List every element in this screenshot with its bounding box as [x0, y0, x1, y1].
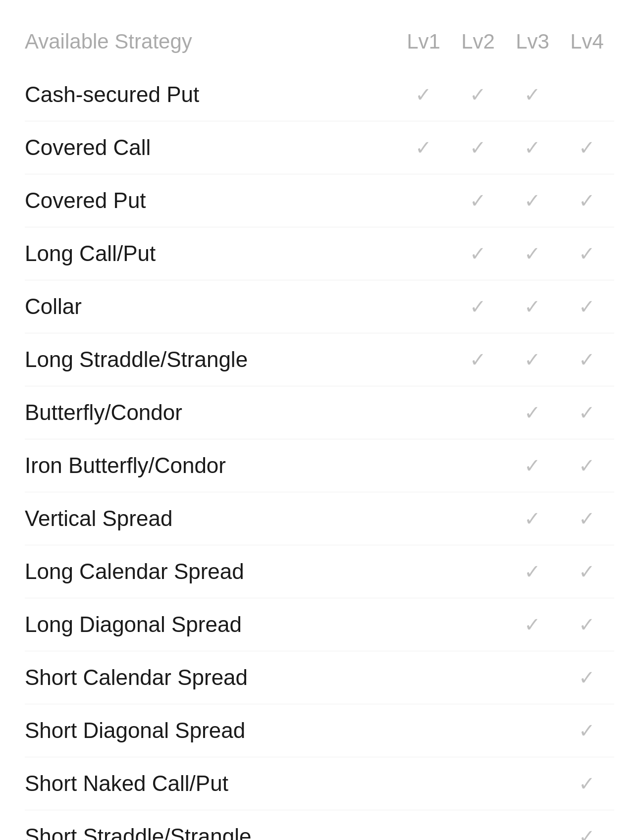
checkmark-icon: ✓ [579, 825, 595, 840]
checkmark-icon: ✓ [579, 242, 595, 265]
checkmark-icon: ✓ [524, 454, 541, 477]
checkmark-icon: ✓ [524, 136, 541, 159]
checkmark-icon: ✓ [579, 295, 595, 318]
strategy-name: Short Straddle/Strangle [25, 824, 251, 840]
checkmark-icon: ✓ [579, 454, 595, 477]
strategy-table: Available Strategy Lv1 Lv2 Lv3 Lv4 Cash-… [25, 20, 614, 840]
table-row: Iron Butterfly/Condor✓✓ [25, 439, 614, 492]
table-row: Butterfly/Condor✓✓ [25, 386, 614, 439]
lv4-check: ✓ [560, 666, 614, 689]
checkmark-icon: ✓ [579, 772, 595, 795]
checkmark-icon: ✓ [524, 295, 541, 318]
strategy-header-label: Available Strategy [25, 30, 192, 53]
lv2-check: ✓ [451, 295, 505, 318]
lv3-check: ✓ [505, 401, 560, 424]
lv4-check: ✓ [560, 454, 614, 477]
table-row: Cash-secured Put✓✓✓ [25, 68, 614, 121]
strategy-name: Short Diagonal Spread [25, 718, 245, 742]
checkmark-icon: ✓ [579, 136, 595, 159]
lv4-check: ✓ [560, 136, 614, 159]
checkmark-icon: ✓ [470, 295, 486, 318]
strategy-name: Long Call/Put [25, 241, 156, 265]
table-row: Long Diagonal Spread✓✓ [25, 598, 614, 651]
lv3-check: ✓ [505, 189, 560, 212]
lv3-column-header: Lv3 [505, 30, 560, 53]
lv4-check: ✓ [560, 613, 614, 636]
lv3-check: ✓ [505, 136, 560, 159]
strategy-name: Butterfly/Condor [25, 400, 182, 424]
lv2-header-label: Lv2 [461, 30, 495, 53]
strategy-name: Short Calendar Spread [25, 665, 248, 689]
checkmark-icon: ✓ [470, 136, 486, 159]
lv4-check: ✓ [560, 242, 614, 265]
checkmark-icon: ✓ [524, 348, 541, 371]
table-body: Cash-secured Put✓✓✓Covered Call✓✓✓✓Cover… [25, 68, 614, 840]
checkmark-icon: ✓ [579, 666, 595, 689]
table-row: Long Call/Put✓✓✓ [25, 227, 614, 280]
checkmark-icon: ✓ [579, 560, 595, 583]
strategy-name: Covered Call [25, 135, 151, 159]
checkmark-icon: ✓ [470, 348, 486, 371]
lv1-check: ✓ [396, 83, 451, 106]
table-header: Available Strategy Lv1 Lv2 Lv3 Lv4 [25, 20, 614, 68]
checkmark-icon: ✓ [470, 242, 486, 265]
strategy-name: Long Straddle/Strangle [25, 347, 248, 371]
lv3-check: ✓ [505, 295, 560, 318]
checkmark-icon: ✓ [579, 719, 595, 742]
lv2-check: ✓ [451, 189, 505, 212]
checkmark-icon: ✓ [524, 613, 541, 636]
lv3-check: ✓ [505, 454, 560, 477]
lv3-header-label: Lv3 [516, 30, 549, 53]
lv2-check: ✓ [451, 83, 505, 106]
lv2-check: ✓ [451, 348, 505, 371]
lv3-check: ✓ [505, 560, 560, 583]
table-row: Short Naked Call/Put✓ [25, 757, 614, 810]
table-row: Covered Put✓✓✓ [25, 174, 614, 227]
lv4-check: ✓ [560, 401, 614, 424]
lv1-header-label: Lv1 [407, 30, 440, 53]
checkmark-icon: ✓ [579, 348, 595, 371]
lv4-column-header: Lv4 [560, 30, 614, 53]
strategy-name: Long Diagonal Spread [25, 612, 242, 636]
lv4-check: ✓ [560, 719, 614, 742]
table-row: Short Straddle/Strangle✓ [25, 810, 614, 840]
checkmark-icon: ✓ [524, 560, 541, 583]
checkmark-icon: ✓ [524, 189, 541, 212]
checkmark-icon: ✓ [470, 83, 486, 106]
checkmark-icon: ✓ [524, 401, 541, 424]
table-row: Vertical Spread✓✓ [25, 492, 614, 545]
lv4-header-label: Lv4 [570, 30, 604, 53]
lv4-check: ✓ [560, 772, 614, 795]
checkmark-icon: ✓ [470, 189, 486, 212]
table-row: Collar✓✓✓ [25, 280, 614, 333]
checkmark-icon: ✓ [524, 507, 541, 530]
strategy-name: Iron Butterfly/Condor [25, 453, 226, 477]
strategy-name: Short Naked Call/Put [25, 771, 228, 795]
strategy-name: Collar [25, 294, 82, 318]
strategy-name: Cash-secured Put [25, 82, 199, 106]
table-row: Covered Call✓✓✓✓ [25, 121, 614, 174]
lv4-check: ✓ [560, 825, 614, 840]
checkmark-icon: ✓ [524, 83, 541, 106]
lv4-check: ✓ [560, 560, 614, 583]
strategy-column-header: Available Strategy [25, 30, 396, 53]
lv4-check: ✓ [560, 507, 614, 530]
lv3-check: ✓ [505, 507, 560, 530]
table-row: Short Calendar Spread✓ [25, 651, 614, 704]
checkmark-icon: ✓ [579, 507, 595, 530]
strategy-name: Long Calendar Spread [25, 559, 244, 583]
lv4-check: ✓ [560, 189, 614, 212]
checkmark-icon: ✓ [579, 613, 595, 636]
table-row: Long Calendar Spread✓✓ [25, 545, 614, 598]
strategy-name: Covered Put [25, 188, 146, 212]
table-row: Long Straddle/Strangle✓✓✓ [25, 333, 614, 386]
lv1-column-header: Lv1 [396, 30, 451, 53]
lv2-check: ✓ [451, 136, 505, 159]
lv2-check: ✓ [451, 242, 505, 265]
lv3-check: ✓ [505, 348, 560, 371]
checkmark-icon: ✓ [415, 136, 432, 159]
strategy-name: Vertical Spread [25, 506, 172, 530]
lv3-check: ✓ [505, 613, 560, 636]
lv2-column-header: Lv2 [451, 30, 505, 53]
checkmark-icon: ✓ [415, 83, 432, 106]
